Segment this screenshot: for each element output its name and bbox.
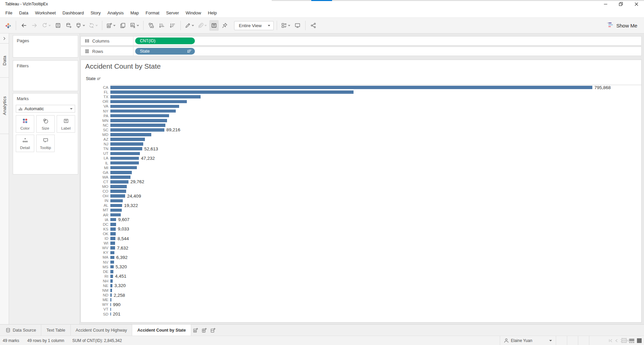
bar-mark[interactable]: [110, 209, 122, 212]
sheet-tab-data-source[interactable]: Data Source: [1, 325, 41, 336]
bar-mark[interactable]: [110, 246, 115, 250]
swap-rows-columns-button[interactable]: [147, 20, 156, 31]
bar-mark[interactable]: [110, 303, 111, 306]
redo-arrow-button[interactable]: [30, 20, 39, 31]
row-label[interactable]: LA: [81, 156, 110, 160]
bar-mark[interactable]: [110, 199, 123, 203]
run-auto-updates-button[interactable]: [88, 20, 99, 31]
row-label[interactable]: CO: [81, 189, 110, 193]
bar-mark[interactable]: [110, 147, 142, 150]
rows-shelf[interactable]: Rows State: [80, 47, 642, 56]
bar-mark[interactable]: [110, 161, 139, 165]
row-label[interactable]: PA: [81, 114, 110, 118]
user-menu[interactable]: Elaine Yuan: [500, 336, 556, 345]
bar-mark[interactable]: [110, 119, 167, 122]
row-label[interactable]: MA: [81, 255, 110, 259]
row-label[interactable]: NJ: [81, 142, 110, 146]
row-label[interactable]: IL: [81, 161, 110, 165]
new-story-tab-button[interactable]: [209, 325, 217, 336]
expand-pane-icon[interactable]: [0, 33, 9, 44]
row-label[interactable]: IN: [81, 199, 110, 203]
bar-mark[interactable]: [110, 308, 111, 311]
bar-mark[interactable]: [110, 152, 140, 155]
menu-map[interactable]: Map: [127, 8, 142, 17]
bar-mark[interactable]: [110, 133, 151, 136]
row-label[interactable]: DC: [81, 222, 110, 226]
bar-mark[interactable]: [110, 114, 169, 118]
bar-mark[interactable]: [110, 227, 116, 231]
row-label[interactable]: FL: [81, 90, 110, 94]
row-label[interactable]: CT: [81, 180, 110, 184]
marks-button-label[interactable]: Label: [57, 115, 75, 133]
row-label[interactable]: WY: [81, 302, 110, 306]
row-label[interactable]: MT: [81, 208, 110, 212]
bar-mark[interactable]: [110, 223, 116, 226]
row-label[interactable]: ND: [81, 293, 110, 297]
row-label[interactable]: WA: [81, 175, 110, 179]
sort-descending-button[interactable]: [168, 20, 177, 31]
show-tabs-icon[interactable]: [637, 338, 642, 343]
bar-mark[interactable]: [110, 194, 125, 198]
new-worksheet-tab-button[interactable]: [191, 325, 200, 336]
row-label[interactable]: OR: [81, 99, 110, 104]
filmstrip-icon[interactable]: [629, 338, 634, 343]
presentation-mode-button[interactable]: [293, 20, 302, 31]
bar-mark[interactable]: [110, 166, 137, 169]
clear-sheet-button[interactable]: [129, 20, 140, 31]
row-label[interactable]: RI: [81, 274, 110, 278]
menu-worksheet[interactable]: Worksheet: [32, 8, 59, 17]
bar-mark[interactable]: [110, 204, 122, 207]
bar-mark[interactable]: [110, 289, 112, 292]
bar-mark[interactable]: [110, 279, 113, 283]
row-label[interactable]: AR: [81, 213, 110, 217]
row-label[interactable]: TN: [81, 147, 110, 151]
row-label[interactable]: AL: [81, 203, 110, 207]
bar-mark[interactable]: [110, 185, 127, 188]
tab-data-pane[interactable]: Data: [0, 44, 9, 78]
row-label[interactable]: VT: [81, 307, 110, 311]
row-label[interactable]: IA: [81, 218, 110, 222]
row-label[interactable]: WV: [81, 246, 110, 250]
menu-server[interactable]: Server: [163, 8, 182, 17]
bar-mark[interactable]: [110, 180, 128, 184]
replay-arrow-button[interactable]: [41, 20, 52, 31]
row-label[interactable]: NC: [81, 123, 110, 127]
bar-mark[interactable]: [110, 293, 112, 297]
row-label[interactable]: AZ: [81, 137, 110, 141]
menu-data[interactable]: Data: [16, 8, 32, 17]
highlight-pen-button[interactable]: [184, 20, 195, 31]
bar-mark[interactable]: [110, 176, 130, 179]
undo-arrow-button[interactable]: [19, 20, 29, 31]
bar-mark[interactable]: [110, 284, 112, 287]
bar-mark[interactable]: [110, 105, 179, 108]
bar-mark[interactable]: [110, 110, 176, 113]
row-label[interactable]: UT: [81, 151, 110, 155]
bar-mark[interactable]: [110, 242, 115, 245]
sheet-sorter-icon[interactable]: [622, 338, 627, 343]
menu-window[interactable]: Window: [182, 8, 204, 17]
row-label[interactable]: KY: [81, 251, 110, 255]
bar-mark[interactable]: [110, 95, 201, 98]
row-label[interactable]: SC: [81, 128, 110, 132]
bar-mark[interactable]: [110, 142, 143, 146]
row-label[interactable]: OH: [81, 194, 110, 198]
bar-mark[interactable]: [110, 171, 132, 174]
restore-icon[interactable]: [613, 0, 629, 8]
pause-auto-updates-button[interactable]: [75, 20, 86, 31]
close-icon[interactable]: [629, 0, 644, 8]
new-worksheet-button[interactable]: [105, 20, 117, 31]
row-label[interactable]: MN: [81, 119, 110, 123]
bar-mark[interactable]: [110, 298, 111, 301]
sort-ascending-button[interactable]: [157, 20, 167, 31]
row-label[interactable]: OK: [81, 232, 110, 236]
marks-button-color[interactable]: Color: [16, 115, 34, 133]
bar-mark[interactable]: [110, 218, 116, 221]
tab-analytics-pane[interactable]: Analytics: [0, 78, 9, 134]
bar-mark[interactable]: [110, 190, 126, 193]
row-label[interactable]: MI: [81, 166, 110, 170]
row-label[interactable]: KS: [81, 227, 110, 231]
row-label[interactable]: GA: [81, 170, 110, 175]
mark-type-dropdown[interactable]: Automatic: [16, 105, 75, 113]
menu-format[interactable]: Format: [142, 8, 163, 17]
sheet-tab-text-table[interactable]: Text Table: [41, 325, 70, 336]
